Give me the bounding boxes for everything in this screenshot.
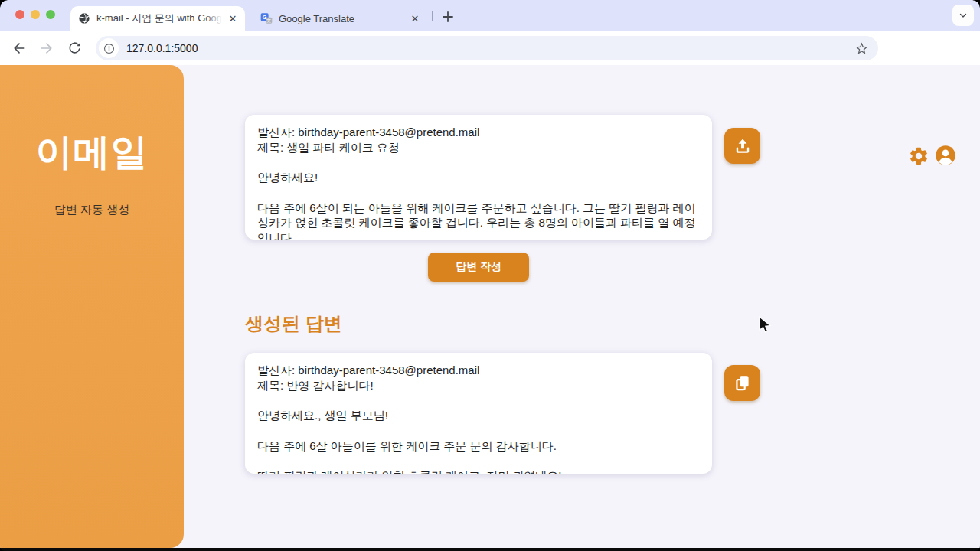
tab-kmail[interactable]: k-mail - 사업 문의 with Google ✕ [70, 6, 245, 31]
url-text[interactable]: 127.0.0.1:5000 [126, 42, 854, 54]
plus-icon [443, 11, 453, 22]
generated-email-text: 발신자: birthday-parent-3458@pretend.mail 제… [257, 363, 700, 474]
generated-email-card: 발신자: birthday-parent-3458@pretend.mail 제… [245, 353, 712, 474]
tab-title: k-mail - 사업 문의 with Google [96, 11, 222, 25]
compose-reply-button[interactable]: 답변 작성 [428, 253, 529, 282]
reload-button[interactable] [63, 37, 86, 60]
macos-traffic-lights [15, 10, 55, 19]
site-info-chip[interactable] [99, 38, 119, 58]
tab-google-translate[interactable]: G 文 Google Translate ✕ [253, 6, 427, 31]
incoming-email-card: 발신자: birthday-parent-3458@pretend.mail 제… [245, 115, 712, 240]
tab-title: Google Translate [279, 13, 404, 24]
upload-icon [733, 136, 753, 156]
macos-close-button[interactable] [15, 10, 24, 19]
macos-minimize-button[interactable] [31, 10, 40, 19]
reload-icon [67, 41, 82, 55]
back-button[interactable] [8, 37, 31, 60]
page-content: 이메일 답변 자동 생성 발신자: birthday-parent-3458@p… [0, 65, 980, 548]
forward-arrow-icon [39, 41, 54, 56]
upload-email-button[interactable] [724, 128, 760, 164]
browser-window: k-mail - 사업 문의 with Google ✕ G 文 Google … [0, 0, 980, 551]
settings-gear-icon[interactable] [908, 145, 929, 167]
forward-button[interactable] [35, 37, 58, 60]
app-subtitle: 답변 자동 생성 [54, 203, 129, 217]
url-bar[interactable]: 127.0.0.1:5000 [96, 36, 878, 60]
incoming-email-text: 발신자: birthday-parent-3458@pretend.mail 제… [257, 125, 700, 240]
tab-separator [432, 11, 433, 21]
mouse-cursor [756, 316, 773, 334]
tab-search-button[interactable] [952, 5, 974, 26]
account-circle-icon[interactable] [935, 145, 956, 166]
bookmark-star-icon[interactable] [854, 41, 869, 56]
info-icon [103, 43, 115, 54]
tab-close-icon[interactable]: ✕ [409, 12, 421, 24]
macos-maximize-button[interactable] [46, 10, 55, 19]
generated-reply-heading: 생성된 답변 [245, 311, 342, 336]
translate-icon: G 文 [260, 12, 273, 24]
sidebar: 이메일 답변 자동 생성 [0, 65, 184, 548]
tab-strip: k-mail - 사업 문의 with Google ✕ G 文 Google … [0, 0, 980, 31]
copy-reply-button[interactable] [724, 365, 760, 401]
app-title: 이메일 [36, 128, 149, 177]
browser-toolbar: 127.0.0.1:5000 [0, 31, 980, 65]
screen-bottom-edge [0, 548, 980, 551]
chevron-down-icon [959, 11, 968, 20]
new-tab-button[interactable] [438, 7, 458, 27]
svg-text:文: 文 [266, 18, 271, 23]
copy-icon [733, 373, 753, 393]
tab-close-icon[interactable]: ✕ [227, 12, 239, 24]
globe-icon [78, 12, 90, 24]
back-arrow-icon [11, 41, 27, 56]
